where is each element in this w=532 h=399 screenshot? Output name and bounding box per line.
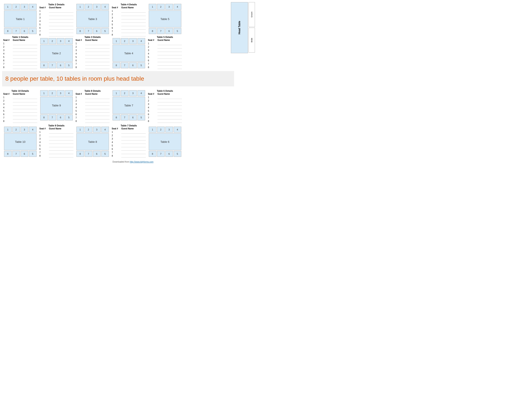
table3-details: Table 3 Details Seat # Guest Name 1 2 3 … — [76, 36, 110, 69]
table10-row7: 7 — [3, 116, 37, 119]
table2-row1: 1 — [39, 9, 73, 13]
guest-header-4: Guest Name — [121, 6, 146, 9]
table8-row8: 8 — [76, 119, 110, 123]
seat-7-4: 4 — [138, 90, 145, 96]
table10-details: Table 10 Details Seat # Guest Name 1 2 3… — [3, 90, 37, 123]
head-table-area: Head Table Groom Bride — [231, 2, 264, 53]
seat-9-2: 2 — [49, 90, 56, 96]
seat-header-4: Seat # — [112, 6, 121, 9]
table4-details-header: Seat # Guest Name — [112, 6, 146, 9]
seat-header-2: Seat # — [39, 6, 49, 9]
footer-text: Downloaded from — [113, 161, 130, 163]
seat-3-1: 1 — [76, 4, 84, 10]
table10-group: Table 10 Details Seat # Guest Name 1 2 3… — [3, 90, 37, 158]
seat-9-8: 8 — [40, 114, 48, 120]
table3-row7: 7 — [76, 62, 110, 66]
table3-row5: 5 — [76, 55, 110, 59]
table7-row3: 3 — [112, 137, 146, 140]
table6-row4: 4 — [148, 106, 182, 109]
table6-top-seats: 1 2 3 4 — [149, 127, 181, 133]
table5-row3: 3 — [148, 49, 182, 52]
seat-2-5: 5 — [65, 62, 73, 68]
seat-3-7: 7 — [85, 28, 92, 34]
table10-visual: 1 2 3 4 Table 10 8 7 6 5 — [3, 126, 37, 158]
table4-visual: 1 2 3 4 Table 4 8 7 6 5 — [112, 38, 146, 69]
table5-row8: 8 — [148, 66, 182, 69]
table1-row7: 7 — [3, 62, 37, 66]
table9-row8: 8 — [39, 154, 73, 158]
table10-row3: 3 — [3, 102, 37, 106]
table6-details-header: Seat # Guest Name — [148, 93, 182, 95]
table5-row7: 7 — [148, 62, 182, 66]
table4-row1: 1 — [112, 9, 146, 13]
seat-8-5: 5 — [101, 151, 109, 157]
table10-row1: 1 — [3, 95, 37, 99]
table8-row7: 7 — [76, 116, 110, 119]
table1-details-title: Table 1 Details — [3, 36, 37, 38]
table9-row4: 4 — [39, 140, 73, 144]
seat-4-1: 1 — [113, 38, 120, 44]
seat-1-8: 8 — [4, 28, 12, 34]
table3-details-header: Seat # Guest Name — [76, 39, 110, 41]
seat-10-8: 8 — [4, 151, 12, 157]
table9-row7: 7 — [39, 151, 73, 154]
guest-header-5: Guest Name — [158, 39, 182, 41]
table7-details-title: Table 7 Details — [112, 124, 146, 127]
seat-7-8: 8 — [113, 114, 120, 120]
table1-row1: 1 — [3, 42, 37, 45]
seat-5-3: 3 — [165, 4, 173, 10]
mid-banner: 8 people per table, 10 tables in room pl… — [2, 71, 234, 86]
table2-details: Table 2 Details Seat # Guest Name 1 2 3 … — [39, 3, 73, 36]
table3-bottom-seats: 8 7 6 5 — [76, 28, 109, 34]
groom-bride-col: Groom Bride — [248, 2, 255, 53]
table3-group: 1 2 3 4 Table 3 8 7 6 5 Table 3 Details … — [76, 3, 110, 69]
footer-link[interactable]: http://www.tidyforms.com — [130, 161, 153, 163]
seat-3-5: 5 — [101, 28, 109, 34]
seat-6-3: 3 — [165, 127, 173, 133]
seat-2-1: 1 — [40, 38, 48, 44]
table8-row4: 4 — [76, 106, 110, 109]
table8-details-title: Table 8 Details — [76, 90, 110, 92]
bottom-tables-section: Table 10 Details Seat # Guest Name 1 2 3… — [2, 89, 264, 158]
guest-header-10: Guest Name — [13, 93, 37, 95]
seat-7-3: 3 — [129, 90, 137, 96]
table1-details: Table 1 Details Seat # Guest Name 1 2 3 … — [3, 36, 37, 69]
seat-3-4: 4 — [101, 4, 109, 10]
seat-10-1: 1 — [4, 127, 12, 133]
seat-4-2: 2 — [121, 38, 128, 44]
table10-rect: Table 10 — [4, 133, 37, 150]
seat-4-4: 4 — [138, 38, 145, 44]
table4-group: Table 4 Details Seat # Guest Name 1 2 3 … — [112, 3, 146, 69]
bride-box: Bride — [248, 28, 255, 53]
seat-4-5: 5 — [138, 62, 145, 68]
table5-row1: 1 — [148, 42, 182, 45]
table2-group: Table 2 Details Seat # Guest Name 1 2 3 … — [39, 3, 73, 69]
table2-details-title: Table 2 Details — [39, 3, 73, 6]
table1-rect: Table 1 — [4, 10, 37, 27]
table4-row5: 5 — [112, 23, 146, 26]
table1-row3: 3 — [3, 49, 37, 52]
table6-rect: Table 6 — [149, 133, 181, 150]
table10-row8: 8 — [3, 119, 37, 123]
table1-row4: 4 — [3, 52, 37, 55]
table2-row2: 2 — [39, 13, 73, 16]
seat-10-3: 3 — [21, 127, 28, 133]
seat-3-2: 2 — [85, 4, 92, 10]
seat-1-7: 7 — [12, 28, 20, 34]
table7-row8: 8 — [112, 154, 146, 158]
table4-row8: 8 — [112, 33, 146, 36]
table6-details: Table 6 Details Seat # Guest Name 1 2 3 … — [148, 90, 182, 123]
table1-row8: 8 — [3, 66, 37, 69]
guest-header-2: Guest Name — [49, 6, 73, 9]
table7-row2: 2 — [112, 134, 146, 137]
table5-row5: 5 — [148, 55, 182, 59]
table1-bottom-seats: 8 7 6 5 — [4, 28, 37, 34]
table9-row1: 1 — [39, 130, 73, 134]
table3-row2: 2 — [76, 45, 110, 49]
seat-header-10: Seat # — [3, 93, 13, 95]
table5-row4: 4 — [148, 52, 182, 55]
seat-4-3: 3 — [129, 38, 137, 44]
table2-row3: 3 — [39, 16, 73, 19]
seat-4-6: 6 — [129, 62, 137, 68]
table9-visual: 1 2 3 4 Table 9 8 7 6 5 — [39, 90, 73, 121]
